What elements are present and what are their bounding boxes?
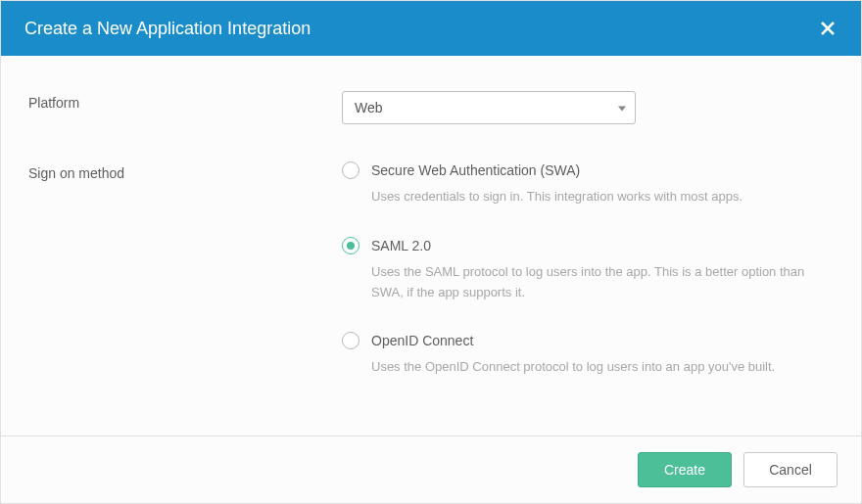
close-icon[interactable] bbox=[818, 19, 838, 38]
radio-header: SAML 2.0 bbox=[342, 237, 834, 254]
modal-header: Create a New Application Integration bbox=[1, 1, 861, 56]
platform-select-value: Web bbox=[342, 91, 636, 124]
modal-footer: Create Cancel bbox=[1, 435, 861, 503]
modal-title: Create a New Application Integration bbox=[24, 19, 311, 39]
radio-oidc-description: Uses the OpenID Connect protocol to log … bbox=[342, 357, 812, 378]
radio-oidc-label[interactable]: OpenID Connect bbox=[371, 333, 473, 348]
cancel-button[interactable]: Cancel bbox=[743, 452, 838, 487]
create-button[interactable]: Create bbox=[638, 452, 732, 487]
radio-swa-description: Uses credentials to sign in. This integr… bbox=[342, 187, 812, 207]
radio-option-saml: SAML 2.0 Uses the SAML protocol to log u… bbox=[342, 237, 834, 303]
radio-swa[interactable] bbox=[342, 161, 359, 179]
modal-body: Platform Web Sign on method Secure Web A… bbox=[1, 56, 861, 435]
radio-saml-description: Uses the SAML protocol to log users into… bbox=[342, 262, 812, 303]
platform-label: Platform bbox=[28, 91, 342, 124]
radio-header: OpenID Connect bbox=[342, 332, 834, 349]
radio-swa-label[interactable]: Secure Web Authentication (SWA) bbox=[371, 162, 580, 178]
radio-saml[interactable] bbox=[342, 237, 359, 254]
radio-dot-icon bbox=[347, 242, 355, 250]
radio-option-oidc: OpenID Connect Uses the OpenID Connect p… bbox=[342, 332, 834, 378]
radio-saml-label[interactable]: SAML 2.0 bbox=[371, 238, 431, 253]
signon-options: Secure Web Authentication (SWA) Uses cre… bbox=[342, 161, 834, 378]
signon-label: Sign on method bbox=[28, 161, 342, 378]
platform-control: Web bbox=[342, 91, 834, 124]
radio-option-swa: Secure Web Authentication (SWA) Uses cre… bbox=[342, 161, 834, 207]
radio-header: Secure Web Authentication (SWA) bbox=[342, 161, 834, 179]
platform-row: Platform Web bbox=[28, 91, 834, 124]
signon-row: Sign on method Secure Web Authentication… bbox=[28, 161, 834, 378]
radio-oidc[interactable] bbox=[342, 332, 359, 349]
create-app-modal: Create a New Application Integration Pla… bbox=[0, 0, 862, 504]
platform-select[interactable]: Web bbox=[342, 91, 636, 124]
